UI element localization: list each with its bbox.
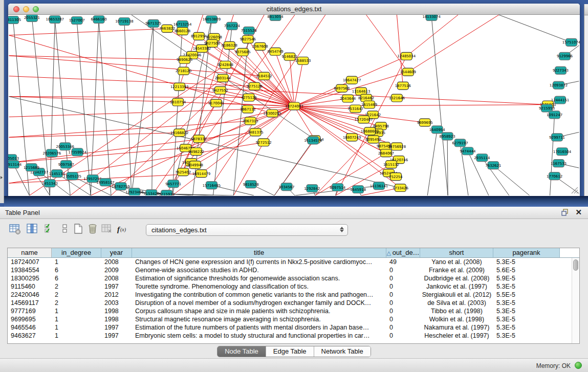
graph-node[interactable]: 1215689 [24, 164, 39, 171]
cell-title[interactable]: Estimation of the future numbers of pati… [132, 323, 386, 332]
cell-pagerank[interactable]: 5.3E-5 [493, 315, 560, 323]
graph-node[interactable]: 9671325 [145, 19, 161, 27]
cell-out_de[interactable]: 0 [386, 291, 420, 299]
cell-in_degree[interactable]: 1 [52, 315, 101, 323]
cell-out_de[interactable]: 0 [386, 274, 420, 282]
cell-pagerank[interactable]: 5.9E-5 [493, 274, 560, 282]
table-selector-dropdown[interactable]: citations_edges.txt [146, 224, 348, 236]
cell-name[interactable]: 9699695 [8, 315, 52, 323]
table-row[interactable]: 946554611997Estimation of the future num… [8, 323, 579, 332]
graph-node[interactable]: 1733426 [393, 184, 408, 192]
graph-node[interactable]: 3867131 [240, 105, 256, 113]
row-select-icon[interactable] [44, 223, 56, 235]
cell-short[interactable]: Dudbridge et al. (2008) [420, 274, 493, 282]
cell-short[interactable]: Jankovic et al. (1997) [420, 282, 493, 291]
graph-node[interactable]: 6279197 [452, 139, 468, 147]
graph-node[interactable]: 10653287 [46, 15, 64, 23]
graph-node[interactable]: 9215933 [159, 190, 175, 195]
column-header-short[interactable]: short [420, 248, 493, 257]
table-scrollbar[interactable] [572, 258, 579, 343]
cell-short[interactable]: de Silva et al. (2003) [420, 299, 493, 307]
cell-name[interactable]: 18300295 [8, 274, 52, 282]
graph-node[interactable]: 7463822 [159, 25, 175, 32]
delete-table-icon[interactable] [87, 223, 99, 235]
graph-node[interactable]: 9498222 [188, 148, 204, 156]
table-row[interactable]: 977716911998Corpus callosum shape and si… [8, 307, 579, 315]
graph-node[interactable]: 1645918 [350, 186, 366, 193]
cell-year[interactable]: 1998 [101, 315, 132, 323]
row-height-icon[interactable] [59, 223, 72, 235]
graph-node[interactable]: 9299711 [549, 134, 565, 141]
cell-out_de[interactable]: 49 [386, 258, 420, 266]
graph-node[interactable]: 8912954 [191, 32, 207, 40]
cell-in_degree[interactable]: 2 [52, 299, 101, 307]
table-row[interactable]: 2242004622012Investigating the contribut… [8, 291, 579, 299]
cell-year[interactable]: 1998 [101, 307, 132, 315]
graph-node[interactable]: 10719138 [115, 17, 133, 25]
cell-title[interactable]: Structural magnetic resonance image aver… [132, 315, 386, 323]
graph-node[interactable]: 8186328 [222, 41, 237, 49]
memory-status-indicator[interactable] [575, 362, 582, 369]
graph-node[interactable]: 9427552 [212, 86, 228, 94]
left-panel-edge[interactable] [0, 0, 4, 203]
graph-node[interactable]: 6497568 [334, 84, 350, 92]
graph-node[interactable]: 8958923 [440, 133, 455, 140]
graph-node[interactable]: 9275128 [247, 82, 263, 90]
graph-node[interactable]: 15136141 [370, 182, 388, 190]
column-header-in_degree[interactable]: in_degree [52, 248, 101, 257]
new-table-icon[interactable] [73, 223, 85, 235]
cell-short[interactable]: Stergiakouli et al. (2012) [420, 291, 493, 299]
graph-node[interactable]: 1544609 [400, 68, 416, 76]
graph-node[interactable]: 7153426 [143, 190, 159, 195]
graph-node[interactable]: 12923466 [125, 188, 143, 195]
cell-pagerank[interactable]: 5.3E-5 [493, 299, 560, 307]
background-window-sliver[interactable] [584, 4, 588, 199]
close-panel-icon[interactable]: ✕ [575, 208, 582, 216]
graph-node[interactable]: 9474444 [460, 147, 476, 155]
graph-node[interactable]: 1770612 [547, 172, 562, 180]
cell-name[interactable]: 22420046 [8, 291, 52, 299]
graph-node[interactable]: 2684067 [378, 149, 394, 157]
column-header-pagerank[interactable]: pagerank [493, 248, 560, 257]
column-visibility-icon[interactable] [27, 223, 39, 235]
column-header-title[interactable]: title [132, 248, 386, 257]
graph-node[interactable]: 1292842 [304, 185, 320, 192]
cell-year[interactable]: 2009 [101, 266, 132, 274]
column-header-name[interactable]: name [8, 248, 52, 257]
cell-year[interactable]: 1997 [101, 323, 132, 332]
cell-in_degree[interactable]: 6 [52, 274, 101, 282]
graph-node[interactable]: 1321646 [389, 94, 405, 102]
network-canvas[interactable]: 1811305205532110653287152700764661601071… [8, 15, 580, 195]
graph-node[interactable]: 1588533 [295, 57, 311, 64]
cell-title[interactable]: Embryonic stem cells: a model to study s… [132, 332, 386, 340]
graph-node[interactable]: 8095492 [365, 136, 381, 143]
cell-pagerank[interactable]: 5.3E-5 [493, 282, 560, 291]
graph-node[interactable]: 1527007 [69, 16, 85, 24]
table-row[interactable]: 969969511998Structural magnetic resonanc… [8, 315, 579, 323]
graph-node[interactable]: 9170041 [208, 99, 224, 107]
graph-node[interactable]: 15716485 [203, 182, 221, 189]
graph-node[interactable]: 20053346 [56, 143, 74, 150]
cell-short[interactable]: Yano et al. (2008) [420, 258, 493, 266]
graph-node[interactable]: 9272512 [256, 139, 272, 146]
graph-node[interactable]: 8660128 [175, 27, 190, 35]
cell-out_de[interactable]: 0 [386, 315, 420, 323]
scrollbar-thumb[interactable] [573, 259, 578, 271]
graph-node[interactable]: 9129966 [557, 52, 573, 60]
cell-out_de[interactable]: 0 [386, 323, 420, 332]
cell-name[interactable]: 9463627 [8, 332, 52, 340]
graph-node[interactable]: 7625402 [175, 168, 191, 176]
graph-node[interactable]: 6466160 [91, 15, 107, 23]
cell-title[interactable]: Changes of HCN gene expression and I(f) … [132, 258, 386, 266]
network-window-titlebar[interactable]: citations_edges.txt [8, 4, 580, 15]
float-panel-icon[interactable] [561, 208, 569, 216]
graph-node[interactable]: 2055321 [24, 15, 40, 21]
graph-node[interactable]: 1451343 [42, 180, 58, 187]
graph-node[interactable]: 1034567 [279, 183, 295, 191]
cell-title[interactable]: Tourette syndrome. Phenomenology and cla… [132, 282, 386, 291]
graph-node[interactable]: 1877516 [395, 82, 411, 90]
graph-node[interactable]: 9227343 [553, 67, 569, 74]
cell-out_de[interactable]: 0 [386, 307, 420, 315]
graph-node[interactable]: 16053809 [203, 15, 221, 23]
column-header-out_de[interactable]: △out_de… [386, 248, 420, 257]
